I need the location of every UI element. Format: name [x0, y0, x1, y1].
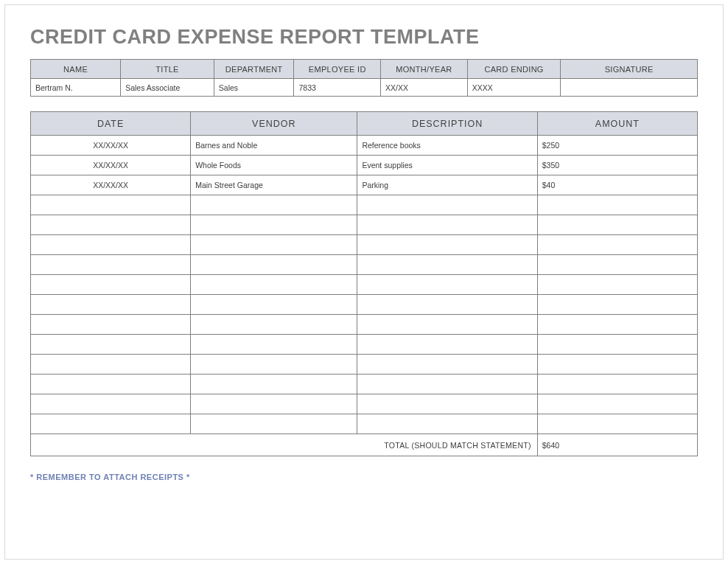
expense-cell-vendor	[191, 375, 357, 394]
expense-cell-description	[357, 255, 537, 275]
expense-row: XX/XX/XXWhole FoodsEvent supplies$350	[31, 156, 698, 175]
expense-cell-description: Event supplies	[357, 156, 537, 175]
expense-total-label: TOTAL (SHOULD MATCH STATEMENT)	[31, 434, 538, 456]
info-header-signature: SIGNATURE	[561, 60, 698, 79]
expense-cell-description	[357, 295, 537, 315]
expense-cell-description	[357, 195, 537, 215]
expense-cell-amount: $250	[537, 136, 697, 156]
expense-header-amount: AMOUNT	[537, 112, 697, 136]
expense-cell-description: Parking	[357, 175, 537, 195]
expense-cell-vendor	[191, 275, 357, 295]
expense-cell-vendor	[191, 355, 357, 375]
expense-cell-amount	[537, 375, 697, 394]
expense-row	[31, 215, 698, 235]
expense-cell-amount	[537, 295, 697, 315]
expense-row	[31, 375, 698, 394]
expense-cell-vendor: Main Street Garage	[191, 175, 357, 195]
expense-row	[31, 235, 698, 255]
expense-cell-vendor	[191, 315, 357, 335]
expense-cell-amount	[537, 195, 697, 215]
expense-row	[31, 275, 698, 295]
expense-row: XX/XX/XXBarnes and NobleReference books$…	[31, 136, 698, 156]
expense-cell-amount	[537, 235, 697, 255]
expense-row	[31, 255, 698, 275]
expense-cell-date	[31, 335, 191, 355]
expense-cell-vendor	[191, 195, 357, 215]
info-value-department: Sales	[214, 79, 294, 97]
expense-cell-amount	[537, 394, 697, 414]
expense-cell-date: XX/XX/XX	[31, 175, 191, 195]
expense-cell-description	[357, 375, 537, 394]
expense-header-description: DESCRIPTION	[357, 112, 537, 136]
info-value-signature	[561, 79, 698, 97]
expense-cell-vendor	[191, 335, 357, 355]
info-value-month-year: XX/XX	[381, 79, 468, 97]
info-header-title: TITLE	[121, 60, 214, 79]
expense-cell-date	[31, 255, 191, 275]
expense-cell-date: XX/XX/XX	[31, 156, 191, 175]
info-header-row: NAME TITLE DEPARTMENT EMPLOYEE ID MONTH/…	[31, 60, 698, 79]
expense-cell-description	[357, 355, 537, 375]
expense-row	[31, 295, 698, 315]
expense-cell-amount	[537, 275, 697, 295]
expense-cell-description	[357, 414, 537, 434]
expense-cell-date	[31, 215, 191, 235]
expense-cell-vendor	[191, 235, 357, 255]
employee-info-table: NAME TITLE DEPARTMENT EMPLOYEE ID MONTH/…	[30, 59, 698, 97]
expense-cell-amount	[537, 255, 697, 275]
expense-cell-amount: $40	[537, 175, 697, 195]
page-title: CREDIT CARD EXPENSE REPORT TEMPLATE	[30, 26, 698, 49]
expense-cell-amount	[537, 355, 697, 375]
expense-cell-amount	[537, 215, 697, 235]
expense-cell-description: Reference books	[357, 136, 537, 156]
info-header-month-year: MONTH/YEAR	[381, 60, 468, 79]
expense-total-value: $640	[537, 434, 697, 456]
info-value-employee-id: 7833	[294, 79, 381, 97]
expense-cell-description	[357, 335, 537, 355]
info-value-row: Bertram N. Sales Associate Sales 7833 XX…	[31, 79, 698, 97]
expense-cell-date	[31, 195, 191, 215]
page-container: CREDIT CARD EXPENSE REPORT TEMPLATE NAME…	[4, 4, 724, 560]
expense-header-vendor: VENDOR	[191, 112, 357, 136]
expense-row	[31, 315, 698, 335]
expense-cell-vendor	[191, 394, 357, 414]
info-header-card-ending: CARD ENDING	[467, 60, 561, 79]
expense-total-row: TOTAL (SHOULD MATCH STATEMENT) $640	[31, 434, 698, 456]
expense-header-date: DATE	[31, 112, 191, 136]
expense-cell-description	[357, 215, 537, 235]
info-header-department: DEPARTMENT	[214, 60, 294, 79]
expense-cell-amount: $350	[537, 156, 697, 175]
expense-cell-amount	[537, 414, 697, 434]
expense-cell-vendor	[191, 215, 357, 235]
expense-cell-description	[357, 275, 537, 295]
expense-header-row: DATE VENDOR DESCRIPTION AMOUNT	[31, 112, 698, 136]
info-value-card-ending: XXXX	[467, 79, 561, 97]
expense-cell-date	[31, 355, 191, 375]
expense-row	[31, 355, 698, 375]
info-header-employee-id: EMPLOYEE ID	[294, 60, 381, 79]
expense-cell-vendor	[191, 255, 357, 275]
expense-cell-vendor	[191, 295, 357, 315]
expense-cell-date	[31, 275, 191, 295]
expense-cell-description	[357, 394, 537, 414]
expense-cell-date	[31, 414, 191, 434]
expense-row	[31, 394, 698, 414]
expense-row	[31, 195, 698, 215]
expense-row: XX/XX/XXMain Street GarageParking$40	[31, 175, 698, 195]
expense-cell-date	[31, 315, 191, 335]
expense-row	[31, 335, 698, 355]
expense-cell-amount	[537, 315, 697, 335]
expense-cell-description	[357, 235, 537, 255]
expense-cell-vendor: Barnes and Noble	[191, 136, 357, 156]
footer-note: * REMEMBER TO ATTACH RECEIPTS *	[30, 473, 698, 481]
expense-cell-date	[31, 235, 191, 255]
expense-table: DATE VENDOR DESCRIPTION AMOUNT XX/XX/XXB…	[30, 111, 698, 456]
expense-cell-date	[31, 295, 191, 315]
info-header-name: NAME	[31, 60, 121, 79]
expense-cell-date	[31, 394, 191, 414]
expense-row	[31, 414, 698, 434]
info-value-name: Bertram N.	[31, 79, 121, 97]
expense-cell-date: XX/XX/XX	[31, 136, 191, 156]
expense-cell-description	[357, 315, 537, 335]
expense-cell-vendor	[191, 414, 357, 434]
